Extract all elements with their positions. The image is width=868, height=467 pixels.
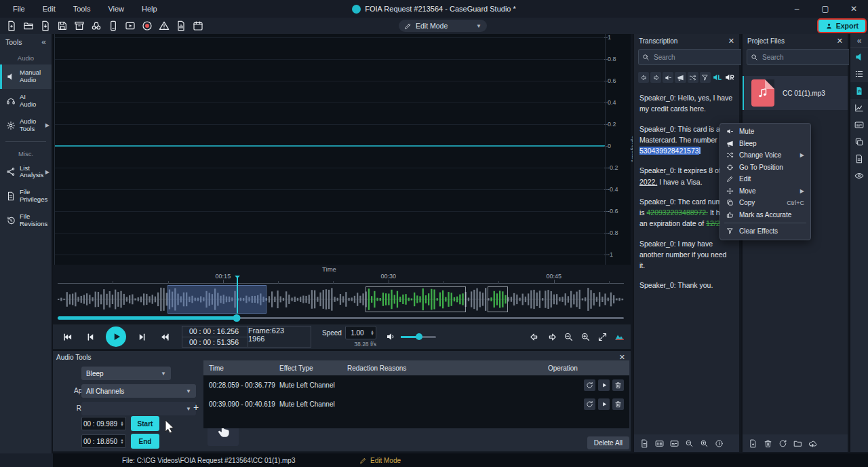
fit-view-button[interactable] xyxy=(595,329,610,344)
save-button[interactable] xyxy=(56,20,68,33)
close-button[interactable]: ✕ xyxy=(840,0,868,18)
info-button[interactable] xyxy=(715,439,724,448)
zoom-out-button[interactable] xyxy=(561,329,576,344)
cloud-up-button[interactable] xyxy=(808,439,817,448)
mode-dropdown[interactable]: Edit Mode ▼ xyxy=(399,20,487,32)
context-item-change-voice[interactable]: Change Voice▶ xyxy=(720,149,810,162)
captions-ab-button[interactable] xyxy=(655,439,664,448)
collapse-panels-icon[interactable]: « xyxy=(850,34,868,48)
megaphone-button[interactable] xyxy=(675,72,686,83)
update-effect-button[interactable] xyxy=(584,379,595,391)
transcript-segment[interactable]: Speaker_0: Thank you. xyxy=(639,280,734,291)
menu-tools[interactable]: Tools xyxy=(64,5,100,13)
context-item-bleep[interactable]: Bleep xyxy=(720,138,810,150)
next-frame-button[interactable] xyxy=(134,329,149,344)
set-start-button[interactable]: Start xyxy=(131,416,159,431)
transcript-segment[interactable]: Speaker_0: Hello, yes, I have my credit … xyxy=(639,92,734,115)
update-effect-button[interactable] xyxy=(584,398,595,410)
context-item-go-to-position[interactable]: Go To Position xyxy=(720,162,810,174)
effect-select[interactable]: Bleep▼ xyxy=(81,367,171,380)
alert-button[interactable] xyxy=(157,20,170,33)
trash-button[interactable] xyxy=(764,439,772,448)
speaker-r-button[interactable] xyxy=(724,72,735,83)
waveform-selection[interactable] xyxy=(167,285,267,314)
schedule-button[interactable] xyxy=(191,20,204,33)
doc-button[interactable] xyxy=(640,439,649,448)
collapse-sidebar-icon[interactable]: « xyxy=(41,37,46,47)
new-file-button[interactable] xyxy=(5,20,18,33)
sidebar-item-audio-tools[interactable]: AudioTools▶ xyxy=(0,113,52,138)
amplitude-chart[interactable]: 10.80.60.40.20-0.2-0.4-0.6-0.8-1 Amplitu… xyxy=(53,34,631,265)
transcript-segment[interactable]: Speaker_0: I may have another number if … xyxy=(639,238,734,272)
sidebar-item-list-analysis[interactable]: ListAnalysis▶ xyxy=(0,160,52,185)
timeline-ruler[interactable]: 00:1500:3000:45 xyxy=(58,274,624,285)
delete-all-button[interactable]: Delete All xyxy=(587,436,629,449)
menu-view[interactable]: View xyxy=(99,5,133,13)
seek-handle[interactable] xyxy=(233,314,241,322)
play-button[interactable] xyxy=(106,326,126,347)
speaker-minus-button[interactable] xyxy=(663,72,673,83)
panel-toggle-file-report[interactable] xyxy=(850,150,868,167)
zoom-in-button[interactable] xyxy=(700,439,709,448)
redo-button[interactable] xyxy=(544,329,559,344)
close-project-files-icon[interactable]: ✕ xyxy=(837,37,843,45)
refresh-button[interactable] xyxy=(778,439,787,448)
export-button[interactable]: Export xyxy=(818,20,865,32)
panel-toggle-copies[interactable] xyxy=(850,133,868,150)
panel-toggle-analytics[interactable] xyxy=(850,99,868,116)
arrow-left-button[interactable] xyxy=(638,72,649,83)
context-item-move[interactable]: Move▶ xyxy=(720,185,810,198)
volume-slider[interactable] xyxy=(401,333,436,340)
skip-end-button[interactable] xyxy=(157,329,172,344)
effect-row[interactable]: 00:28.059 - 00:36.779Mute Left Channel xyxy=(203,375,629,394)
import-file-button[interactable] xyxy=(39,20,52,33)
transcription-search-input[interactable] xyxy=(652,53,745,62)
clear-effects-button[interactable] xyxy=(700,72,711,83)
close-transcription-icon[interactable]: ✕ xyxy=(728,37,734,45)
find-button[interactable] xyxy=(90,20,102,33)
archive-button[interactable] xyxy=(73,20,85,33)
panel-toggle-transcription-panel[interactable] xyxy=(850,48,868,65)
end-time-input[interactable]: 00 : 18.850 ▲▼ xyxy=(81,434,126,448)
speaker-l-button[interactable] xyxy=(712,72,723,83)
waveform-view-icon[interactable] xyxy=(612,329,627,344)
start-time-input[interactable]: 00 : 09.989 ▲▼ xyxy=(81,417,126,430)
context-item-mark-as-accurate[interactable]: Mark as Accurate xyxy=(720,209,810,221)
reason-select[interactable]: ▼ xyxy=(81,402,196,415)
previous-frame-button[interactable] xyxy=(83,329,98,344)
device-button[interactable] xyxy=(106,20,119,33)
undo-button[interactable] xyxy=(527,329,542,344)
sidebar-item-ai-audio[interactable]: AIAudio xyxy=(0,89,52,113)
context-item-edit[interactable]: Edit xyxy=(720,173,810,185)
folder-button[interactable] xyxy=(793,439,802,448)
report-button[interactable] xyxy=(174,20,187,33)
project-files-search-input[interactable] xyxy=(761,53,853,62)
menu-help[interactable]: Help xyxy=(133,5,166,13)
video-button[interactable] xyxy=(123,20,136,33)
context-item-mute[interactable]: Mute xyxy=(720,126,810,138)
file-plus-button[interactable] xyxy=(749,439,757,448)
sidebar-item-manual-audio[interactable]: ManualAudio xyxy=(0,64,52,89)
delete-effect-button[interactable] xyxy=(612,379,624,391)
play-effect-button[interactable] xyxy=(598,379,610,391)
maximize-button[interactable]: ▢ xyxy=(811,0,840,18)
open-folder-button[interactable] xyxy=(22,20,35,33)
menu-edit[interactable]: Edit xyxy=(34,5,64,13)
minimize-button[interactable]: – xyxy=(783,0,811,18)
speed-input[interactable]: 1.00 ▲▼ xyxy=(345,326,376,339)
apply-to-select[interactable]: All Channels▼ xyxy=(81,384,196,398)
add-reason-button[interactable]: + xyxy=(191,402,201,413)
record-button[interactable] xyxy=(140,20,153,33)
waveform[interactable] xyxy=(58,285,624,314)
panel-toggle-visibility[interactable] xyxy=(850,167,868,184)
captions-button[interactable] xyxy=(670,439,679,448)
zoom-out-button[interactable] xyxy=(685,439,694,448)
effect-region-outline[interactable] xyxy=(366,286,466,312)
set-end-button[interactable]: End xyxy=(131,434,159,449)
effect-row[interactable]: 00:39.090 - 00:40.619Mute Left Channel xyxy=(203,394,629,413)
panel-toggle-effects-list[interactable] xyxy=(850,65,868,82)
delete-effect-button[interactable] xyxy=(612,398,624,410)
sidebar-item-file-privileges[interactable]: FilePrivileges xyxy=(0,184,52,208)
effect-region-outline[interactable] xyxy=(488,286,509,312)
menu-file[interactable]: File xyxy=(4,5,34,13)
